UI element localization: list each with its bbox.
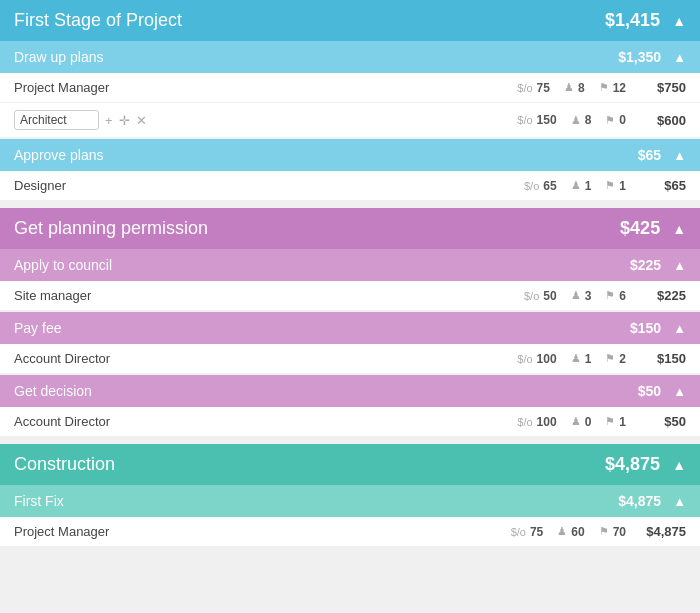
resource-stats: $/o 100 ♟ 1 ⚑ 2: [174, 352, 626, 366]
people-group: ♟ 8: [571, 113, 592, 127]
task-header-first-fix[interactable]: First Fix $4,875 ▲: [0, 485, 700, 517]
resource-cost: $225: [626, 288, 686, 303]
person-icon: ♟: [564, 81, 574, 94]
rate-value: 75: [530, 525, 543, 539]
task-total: $65: [638, 147, 661, 163]
task-total: $225: [630, 257, 661, 273]
rate-value: 100: [537, 415, 557, 429]
days-group: ⚑ 70: [599, 525, 626, 539]
person-icon: ♟: [571, 114, 581, 127]
task-title: Apply to council: [14, 257, 112, 273]
stage-title: Get planning permission: [14, 218, 208, 239]
task-header-get-decision[interactable]: Get decision $50 ▲: [0, 375, 700, 407]
rate-group: $/o 75: [517, 81, 550, 95]
task-chevron-icon[interactable]: ▲: [673, 148, 686, 163]
task-title: Draw up plans: [14, 49, 104, 65]
task-chevron-icon[interactable]: ▲: [673, 494, 686, 509]
resource-name-label: Project Manager: [14, 80, 174, 95]
task-total: $1,350: [618, 49, 661, 65]
people-value: 1: [585, 352, 592, 366]
resource-name-label: Site manager: [14, 288, 174, 303]
days-value: 70: [613, 525, 626, 539]
task-chevron-icon[interactable]: ▲: [673, 321, 686, 336]
resource-cost: $150: [626, 351, 686, 366]
task-chevron-icon[interactable]: ▲: [673, 50, 686, 65]
resource-name-editable: + ✛ ✕: [14, 110, 174, 130]
add-icon[interactable]: +: [105, 113, 113, 128]
rate-value: 75: [537, 81, 550, 95]
task-get-decision: Get decision $50 ▲ Account Director $/o …: [0, 375, 700, 436]
task-header-approve-plans[interactable]: Approve plans $65 ▲: [0, 139, 700, 171]
rate-label: $/o: [511, 526, 526, 538]
task-total: $150: [630, 320, 661, 336]
days-icon: ⚑: [605, 415, 615, 428]
stage-header-construction[interactable]: Construction $4,875 ▲: [0, 444, 700, 485]
resource-stats: $/o 65 ♟ 1 ⚑ 1: [174, 179, 626, 193]
task-title: Get decision: [14, 383, 92, 399]
resource-cost: $65: [626, 178, 686, 193]
task-draw-up-plans: Draw up plans $1,350 ▲ Project Manager $…: [0, 41, 700, 137]
resource-stats: $/o 100 ♟ 0 ⚑ 1: [174, 415, 626, 429]
resource-stats: $/o 75 ♟ 8 ⚑ 12: [174, 81, 626, 95]
stage-chevron-icon[interactable]: ▲: [672, 457, 686, 473]
task-title: First Fix: [14, 493, 64, 509]
task-chevron-icon[interactable]: ▲: [673, 384, 686, 399]
people-value: 60: [571, 525, 584, 539]
resource-name-label: Account Director: [14, 414, 174, 429]
rate-value: 150: [537, 113, 557, 127]
task-apply-to-council: Apply to council $225 ▲ Site manager $/o…: [0, 249, 700, 310]
task-title: Approve plans: [14, 147, 104, 163]
days-value: 1: [619, 415, 626, 429]
rate-group: $/o 150: [517, 113, 556, 127]
rate-value: 100: [537, 352, 557, 366]
resource-stats: $/o 75 ♟ 60 ⚑ 70: [174, 525, 626, 539]
person-icon: ♟: [557, 525, 567, 538]
task-total: $50: [638, 383, 661, 399]
people-group: ♟ 8: [564, 81, 585, 95]
rate-label: $/o: [517, 416, 532, 428]
days-group: ⚑ 0: [605, 113, 626, 127]
resource-cost: $750: [626, 80, 686, 95]
task-header-pay-fee[interactable]: Pay fee $150 ▲: [0, 312, 700, 344]
rate-label: $/o: [524, 180, 539, 192]
move-icon[interactable]: ✛: [119, 113, 130, 128]
resource-row: Project Manager $/o 75 ♟ 60 ⚑ 70: [0, 517, 700, 546]
days-group: ⚑ 12: [599, 81, 626, 95]
remove-icon[interactable]: ✕: [136, 113, 147, 128]
resource-row: Site manager $/o 50 ♟ 3 ⚑ 6: [0, 281, 700, 310]
people-group: ♟ 1: [571, 352, 592, 366]
resource-cost: $4,875: [626, 524, 686, 539]
stage-chevron-icon[interactable]: ▲: [672, 13, 686, 29]
people-value: 1: [585, 179, 592, 193]
person-icon: ♟: [571, 179, 581, 192]
stage-first-stage: First Stage of Project $1,415 ▲ Draw up …: [0, 0, 700, 200]
days-icon: ⚑: [605, 179, 615, 192]
rate-group: $/o 65: [524, 179, 557, 193]
task-total: $4,875: [618, 493, 661, 509]
stage-header-first-stage[interactable]: First Stage of Project $1,415 ▲: [0, 0, 700, 41]
resource-name-label: Project Manager: [14, 524, 174, 539]
rate-label: $/o: [524, 290, 539, 302]
stage-chevron-icon[interactable]: ▲: [672, 221, 686, 237]
task-chevron-icon[interactable]: ▲: [673, 258, 686, 273]
resource-stats: $/o 50 ♟ 3 ⚑ 6: [174, 289, 626, 303]
people-group: ♟ 1: [571, 179, 592, 193]
stage-total: $425: [620, 218, 660, 239]
stage-construction: Construction $4,875 ▲ First Fix $4,875 ▲…: [0, 444, 700, 546]
people-value: 3: [585, 289, 592, 303]
task-header-apply-to-council[interactable]: Apply to council $225 ▲: [0, 249, 700, 281]
resource-row: Account Director $/o 100 ♟ 1 ⚑ 2: [0, 344, 700, 373]
resource-cost: $600: [626, 113, 686, 128]
days-group: ⚑ 1: [605, 415, 626, 429]
resource-name-input[interactable]: [14, 110, 99, 130]
resource-row: Designer $/o 65 ♟ 1 ⚑ 1: [0, 171, 700, 200]
days-group: ⚑ 1: [605, 179, 626, 193]
people-group: ♟ 60: [557, 525, 584, 539]
task-header-draw-up-plans[interactable]: Draw up plans $1,350 ▲: [0, 41, 700, 73]
stage-header-get-planning[interactable]: Get planning permission $425 ▲: [0, 208, 700, 249]
days-icon: ⚑: [599, 81, 609, 94]
stage-title: First Stage of Project: [14, 10, 182, 31]
days-value: 2: [619, 352, 626, 366]
rate-group: $/o 100: [517, 352, 556, 366]
people-value: 0: [585, 415, 592, 429]
